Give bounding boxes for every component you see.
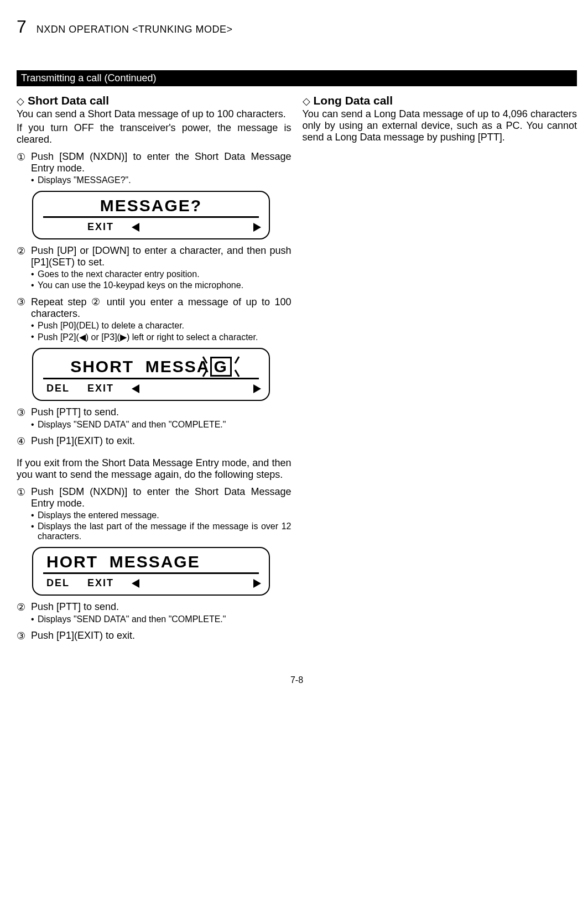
step-3-send-bullet: • Displays "SEND DATA" and then "COMPLET… — [31, 420, 292, 430]
step-number: ③ — [17, 296, 31, 308]
subsection-bar: Transmitting a call (Continued) — [17, 70, 577, 86]
lcd-main-row: SHORT MESSAG — [43, 353, 259, 379]
left-arrow-icon — [132, 223, 139, 232]
step-number: ② — [17, 245, 31, 257]
lcd-main-text: HORT MESSAGE — [43, 552, 259, 574]
step-4: ④ Push [P1](EXIT) to exit. — [17, 435, 292, 447]
left-arrow-icon — [132, 579, 139, 588]
bullet-dot-icon: • — [31, 280, 38, 290]
step-number: ② — [17, 601, 31, 613]
bullet-dot-icon: • — [31, 510, 38, 520]
bullet-text: Displays "SEND DATA" and then "COMPLETE.… — [38, 614, 292, 624]
diamond-icon: ◇ — [303, 95, 310, 107]
long-data-heading: ◇ Long Data call — [303, 94, 577, 107]
bullet-text: Displays "SEND DATA" and then "COMPLETE.… — [38, 420, 292, 430]
bullet-dot-icon: • — [31, 420, 38, 430]
step-text: Push [SDM (NXDN)] to enter the Short Dat… — [31, 151, 292, 174]
step-3-bullet-1: • Push [P0](DEL) to delete a character. — [31, 321, 292, 331]
bullet-text: Displays "MESSAGE?". — [38, 175, 292, 185]
step-text: Push [SDM (NXDN)] to enter the Short Dat… — [31, 486, 292, 509]
bullet-dot-icon: • — [31, 614, 38, 624]
lcd-display-3: HORT MESSAGE DEL EXIT — [32, 547, 270, 596]
lcd-softkeys: DEL EXIT — [41, 577, 261, 589]
step-text: Push [P1](EXIT) to exit. — [31, 630, 292, 642]
right-arrow-icon — [253, 223, 261, 232]
step-text: Push [PTT] to send. — [31, 601, 292, 613]
cursor-highlight-icon — [235, 356, 240, 364]
step-3-bullet-2: • Push [P2](◀) or [P3](▶) left or right … — [31, 332, 292, 342]
resend-step-1: ① Push [SDM (NXDN)] to enter the Short D… — [17, 486, 292, 509]
step-2: ② Push [UP] or [DOWN] to enter a charact… — [17, 245, 292, 268]
step-number: ④ — [17, 435, 31, 447]
step-number: ① — [17, 486, 31, 498]
section-number: 7 — [17, 17, 27, 37]
step-3-ref: ② — [91, 296, 102, 307]
resend-1-bullet-2: • Displays the last part of the message … — [31, 521, 292, 541]
resend-1-bullet-1: • Displays the entered message. — [31, 510, 292, 520]
intro-paragraph-1: You can send a Short Data message of up … — [17, 108, 292, 120]
step-number: ③ — [17, 406, 31, 419]
lcd-del-label: DEL — [46, 383, 70, 394]
lcd-text-prefix: SHORT MESSA — [70, 357, 210, 376]
lcd-softkeys: DEL EXIT — [41, 383, 261, 394]
resend-step-2: ② Push [PTT] to send. — [17, 601, 292, 613]
lcd-softkeys: DEL EXIT — [41, 221, 261, 233]
lcd-exit-label: EXIT — [87, 383, 114, 394]
bullet-text: You can use the 10-keypad keys on the mi… — [38, 280, 292, 290]
lcd-exit-label: EXIT — [87, 577, 114, 589]
right-arrow-icon — [253, 579, 261, 588]
cursor-highlight-icon — [235, 369, 240, 377]
bullet-dot-icon: • — [31, 321, 38, 331]
step-2-bullet-2: • You can use the 10-keypad keys on the … — [31, 280, 292, 290]
resend-intro: If you exit from the Short Data Message … — [17, 457, 292, 481]
step-text: Push [PTT] to send. — [31, 406, 292, 418]
step-text: Push [P1](EXIT) to exit. — [31, 435, 292, 447]
lcd-display-1: MESSAGE? DEL EXIT — [32, 191, 270, 239]
bullet-text: Goes to the next character entry positio… — [38, 269, 292, 279]
step-3: ③ Repeat step ② until you enter a messag… — [17, 296, 292, 320]
lcd-display-2: SHORT MESSAG DEL EXIT — [32, 348, 270, 401]
section-title: NXDN OPERATION <TRUNKING MODE> — [37, 24, 233, 35]
left-arrow-icon — [132, 384, 139, 393]
step-number: ③ — [17, 630, 31, 642]
short-data-heading: ◇ Short Data call — [17, 94, 292, 107]
step-text: Push [UP] or [DOWN] to enter a character… — [31, 245, 292, 268]
step-1: ① Push [SDM (NXDN)] to enter the Short D… — [17, 151, 292, 174]
step-3-part-a: Repeat step — [31, 296, 91, 307]
right-arrow-icon — [253, 384, 261, 393]
diamond-icon: ◇ — [17, 95, 24, 107]
step-text: Repeat step ② until you enter a message … — [31, 296, 292, 320]
bullet-dot-icon: • — [31, 521, 38, 531]
short-data-title: Short Data call — [28, 94, 109, 107]
lcd-cursor-char: G — [210, 357, 232, 377]
bullet-dot-icon: • — [31, 269, 38, 279]
lcd-main-text: MESSAGE? — [43, 196, 259, 218]
page-header: 7 NXDN OPERATION <TRUNKING MODE> — [17, 17, 577, 37]
step-3-send: ③ Push [PTT] to send. — [17, 406, 292, 419]
step-2-bullet-1: • Goes to the next character entry posit… — [31, 269, 292, 279]
bullet-text: Displays the last part of the message if… — [38, 521, 292, 541]
bullet-dot-icon: • — [31, 332, 38, 342]
page-number: 7-8 — [17, 675, 577, 685]
content-columns: ◇ Short Data call You can send a Short D… — [17, 92, 577, 642]
lcd-exit-label: EXIT — [87, 221, 114, 233]
bullet-text: Push [P2](◀) or [P3](▶) left or right to… — [38, 332, 292, 342]
intro-paragraph-2: If you turn OFF the transceiver's power,… — [17, 122, 292, 145]
bullet-text: Push [P0](DEL) to delete a character. — [38, 321, 292, 331]
bullet-text: Displays the entered message. — [38, 510, 292, 520]
resend-step-3: ③ Push [P1](EXIT) to exit. — [17, 630, 292, 642]
lcd-del-label: DEL — [46, 577, 70, 589]
bullet-dot-icon: • — [31, 175, 38, 185]
long-data-title: Long Data call — [314, 94, 393, 107]
step-1-bullet-1: • Displays "MESSAGE?". — [31, 175, 292, 185]
long-data-paragraph: You can send a Long Data message of up t… — [303, 108, 577, 143]
step-number: ① — [17, 151, 31, 163]
cursor-letter: G — [214, 357, 228, 376]
left-column: ◇ Short Data call You can send a Short D… — [17, 92, 292, 642]
right-column: ◇ Long Data call You can send a Long Dat… — [303, 92, 577, 642]
resend-2-bullet: • Displays "SEND DATA" and then "COMPLET… — [31, 614, 292, 624]
